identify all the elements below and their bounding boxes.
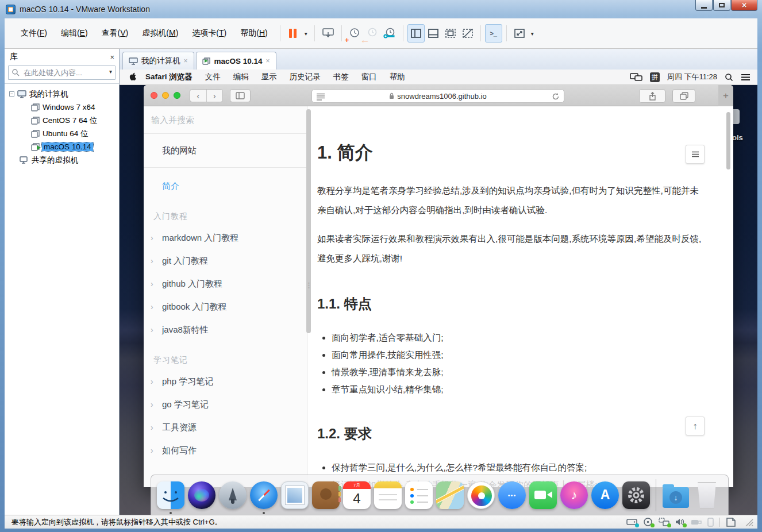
close-tab-icon[interactable]: × (184, 57, 188, 65)
minimize-button[interactable] (695, 0, 713, 11)
dock-item-reminders[interactable] (404, 480, 434, 510)
dock-item-mail[interactable] (280, 480, 310, 510)
menu-vm[interactable]: 虚拟机(M) (136, 25, 184, 42)
site-home-link[interactable]: 我的网站 (144, 134, 307, 168)
reload-icon[interactable] (552, 92, 560, 101)
spotlight-icon[interactable] (725, 73, 733, 82)
tree-node-macos-selected[interactable]: macOS 10.14 (5, 140, 119, 153)
fit-dropdown[interactable]: ▾ (528, 24, 537, 43)
maximize-button[interactable] (713, 0, 730, 11)
tab-overview-button[interactable] (672, 89, 695, 103)
library-close-icon[interactable]: × (110, 53, 114, 61)
dock-item-facetime[interactable] (528, 480, 558, 510)
menu-tabs[interactable]: 选项卡(T) (186, 25, 232, 42)
network-adapter-icon[interactable] (659, 518, 669, 526)
nav-go[interactable]: ›go 学习笔记 (144, 393, 307, 416)
tree-node-centos[interactable]: CentOS 7 64 位 (5, 114, 119, 127)
dock-item-launchpad[interactable] (218, 480, 248, 510)
dock-item-safari[interactable] (249, 480, 279, 510)
book-search-input[interactable] (144, 115, 307, 125)
close-button[interactable]: × (731, 0, 757, 11)
library-search-input[interactable] (8, 65, 116, 80)
tree-node-my-computer[interactable]: − 我的计算机 (5, 87, 119, 101)
nav-tools[interactable]: ›工具资源 (144, 416, 307, 439)
tree-node-shared-vms[interactable]: 共享的虚拟机 (5, 153, 119, 167)
nav-github[interactable]: ›github 入门教程 (144, 272, 307, 295)
back-to-top-button[interactable]: ↑ (686, 417, 705, 435)
page-scrollbar[interactable] (726, 112, 730, 169)
revert-snapshot-button[interactable]: ← (363, 24, 380, 43)
dock-item-itunes[interactable]: ♪ (559, 480, 589, 510)
mac-menu-edit[interactable]: 编辑 (227, 72, 255, 82)
resize-grip[interactable] (745, 518, 754, 526)
power-dropdown[interactable]: ▾ (302, 24, 310, 43)
menu-view[interactable]: 查看(V) (96, 25, 134, 42)
pause-vm-button[interactable] (284, 24, 302, 43)
nav-intro-active[interactable]: 简介 (144, 175, 307, 198)
collapse-icon[interactable]: − (9, 91, 14, 97)
dock-item-finder[interactable] (156, 480, 186, 510)
search-filter-dropdown[interactable]: ▾ (109, 68, 112, 75)
nav-markdown[interactable]: ›markdown 入门教程 (144, 226, 307, 249)
menu-file[interactable]: 文件(F) (15, 25, 53, 42)
dock-item-photos[interactable] (466, 480, 496, 510)
sidebar-drag-handle[interactable]: ••• (308, 282, 310, 289)
back-button[interactable]: ‹ (190, 90, 207, 102)
mac-menu-help[interactable]: 帮助 (383, 72, 411, 82)
message-log-icon[interactable] (726, 518, 736, 527)
show-library-button[interactable] (407, 24, 425, 43)
new-tab-button[interactable]: + (718, 85, 733, 106)
share-button[interactable] (639, 89, 665, 103)
usb-device-icon[interactable] (691, 518, 702, 526)
mac-menu-window[interactable]: 窗口 (355, 72, 383, 82)
dock-item-app-store[interactable]: A (590, 480, 620, 510)
dock-item-contacts[interactable] (311, 480, 341, 510)
dock-item-notes[interactable] (373, 480, 403, 510)
dock-item-maps[interactable] (435, 480, 465, 510)
ctrl-alt-del-button[interactable] (319, 24, 337, 43)
menu-safari-app[interactable]: Safari 浏览器 (138, 72, 199, 82)
show-thumbnail-bar-button[interactable] (425, 24, 442, 43)
mac-menu-file[interactable]: 文件 (199, 72, 227, 82)
tab-home[interactable]: 我的计算机 × (122, 52, 194, 70)
apple-icon[interactable] (129, 72, 137, 81)
nav-java8[interactable]: ›java8新特性 (144, 318, 307, 341)
nav-php[interactable]: ›php 学习笔记 (144, 370, 307, 393)
sidebar-toggle-button[interactable] (230, 89, 251, 102)
input-method-icon[interactable]: 拼 (650, 72, 660, 82)
tree-node-windows7[interactable]: Windows 7 x64 (5, 101, 119, 114)
dock-item-messages[interactable]: ••• (497, 480, 527, 510)
notification-center-icon[interactable] (741, 74, 751, 81)
sound-icon[interactable] (675, 518, 685, 526)
dock-item-downloads[interactable]: ↓ (661, 480, 691, 510)
dock-item-trash[interactable] (692, 480, 722, 510)
menu-help[interactable]: 帮助(H) (234, 25, 273, 42)
manage-snapshots-button[interactable] (380, 24, 399, 43)
nav-gitbook[interactable]: ›gitbook 入门教程 (144, 295, 307, 318)
close-tab-icon[interactable]: × (266, 57, 270, 65)
tree-node-ubuntu[interactable]: Ubuntu 64 位 (5, 127, 119, 140)
menu-edit[interactable]: 编辑(E) (55, 25, 94, 42)
cd-dvd-icon[interactable] (643, 518, 653, 526)
mac-menu-view[interactable]: 显示 (255, 72, 283, 82)
displays-status-icon[interactable] (630, 73, 642, 82)
menubar-clock[interactable]: 周四 下午11:28 (667, 72, 717, 82)
mac-menu-bookmarks[interactable]: 书签 (327, 72, 355, 82)
unity-view-button[interactable] (459, 24, 476, 43)
sidebar-scrollbar[interactable] (306, 109, 311, 333)
mac-menu-history[interactable]: 历史记录 (283, 72, 327, 82)
zoom-traffic-light[interactable] (174, 92, 180, 99)
reader-view-icon[interactable] (316, 92, 325, 101)
nav-git[interactable]: ›git 入门教程 (144, 249, 307, 272)
auto-fit-button[interactable] (511, 24, 528, 43)
hard-disk-icon[interactable] (626, 518, 637, 526)
toggle-sidebar-button[interactable] (686, 145, 705, 164)
dock-item-calendar[interactable]: 7月 4 (342, 480, 372, 510)
console-view-button[interactable]: >_ (485, 24, 502, 43)
forward-button[interactable]: › (207, 90, 223, 102)
minimize-traffic-light[interactable] (162, 92, 169, 99)
close-traffic-light[interactable] (151, 92, 157, 99)
tab-macos-active[interactable]: macOS 10.14 × (196, 52, 276, 70)
nav-writing[interactable]: ›如何写作 (144, 439, 307, 462)
dock-item-system-preferences[interactable] (621, 480, 651, 510)
